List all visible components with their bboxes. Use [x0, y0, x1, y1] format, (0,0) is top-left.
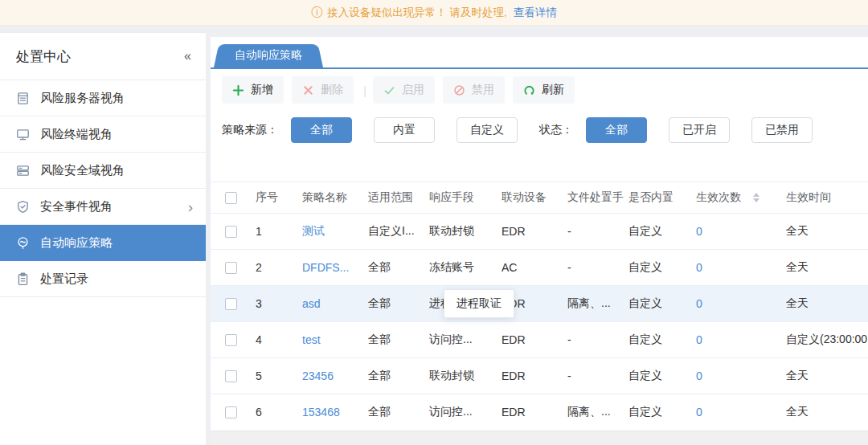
- policy-name-link[interactable]: 测试: [302, 224, 325, 237]
- sidebar-item[interactable]: 处置记录: [0, 261, 206, 297]
- cell-scope: 全部: [368, 296, 429, 311]
- row-checkbox[interactable]: [225, 298, 237, 310]
- select-all-checkbox[interactable]: [225, 192, 237, 204]
- column-header: 适用范围: [368, 190, 429, 205]
- effect-count-link[interactable]: 0: [696, 261, 702, 274]
- effect-count-link[interactable]: 0: [696, 225, 702, 238]
- row-checkbox[interactable]: [225, 226, 237, 238]
- cell-scope: 自定义I...: [368, 224, 429, 239]
- cell-scope: 全部: [368, 260, 429, 275]
- toolbar-refresh-button[interactable]: 刷新: [513, 76, 575, 104]
- toolbar-check-button[interactable]: 启用: [373, 76, 435, 104]
- toolbar-button-label: 启用: [402, 83, 424, 97]
- cell-file-action: 隔离、...: [567, 405, 628, 419]
- filter-option-button[interactable]: 全部: [291, 117, 352, 143]
- filter-group-label: 状态：: [539, 123, 573, 137]
- cell-effect-time: 全天: [786, 405, 868, 419]
- cell-seq: 6: [256, 406, 302, 418]
- table-row: 6153468全部访问控...EDR隔离、...自定义0全天: [211, 394, 868, 431]
- table-row: 3asd全部进程取证EDR隔离、...自定义0全天: [211, 286, 868, 322]
- sidebar-item-label: 处置记录: [40, 271, 88, 287]
- row-checkbox[interactable]: [225, 334, 237, 346]
- cell-scope: 全部: [368, 369, 429, 383]
- shield-check-icon: [16, 200, 30, 214]
- filter-group-label: 策略来源：: [222, 123, 278, 137]
- table-header-row: 序号策略名称适用范围响应手段联动设备文件处置手是否内置生效次数生效时间: [211, 182, 868, 214]
- policy-name-link[interactable]: asd: [302, 297, 321, 310]
- cell-seq: 4: [256, 333, 302, 346]
- ban-icon: [453, 84, 465, 96]
- row-select-cell: [223, 333, 256, 347]
- column-header: 文件处置手: [567, 190, 628, 205]
- filter-option-button[interactable]: 全部: [586, 117, 647, 143]
- sidebar-item-label: 风险安全域视角: [40, 163, 125, 178]
- cell-device: EDR: [502, 225, 567, 238]
- column-header: 生效次数: [696, 190, 786, 205]
- row-checkbox[interactable]: [225, 370, 237, 382]
- sidebar-item[interactable]: 风险安全域视角: [0, 153, 206, 189]
- tab-auto-response-policy[interactable]: 自动响应策略: [219, 42, 318, 67]
- column-header: 是否内置: [628, 190, 696, 205]
- cell-seq: 1: [256, 225, 302, 238]
- table-body: 1测试自定义I...联动封锁EDR-自定义0全天2DFDFS...全部冻结账号A…: [211, 214, 868, 431]
- sidebar-item[interactable]: 风险服务器视角: [0, 80, 206, 116]
- policy-name-link[interactable]: DFDFS...: [302, 261, 349, 274]
- cell-file-action: -: [567, 261, 628, 274]
- column-header: 响应手段: [429, 190, 502, 205]
- policy-table: 序号策略名称适用范围响应手段联动设备文件处置手是否内置生效次数生效时间 1测试自…: [211, 182, 868, 431]
- sidebar-title: 处置中心: [16, 47, 71, 66]
- row-select-cell: [223, 297, 256, 311]
- plus-icon: [232, 84, 244, 96]
- select-all-cell: [223, 191, 256, 205]
- cell-effect-time: 自定义(23:00:00: [786, 333, 868, 347]
- cell-seq: 2: [256, 261, 302, 274]
- column-header: 策略名称: [302, 190, 368, 205]
- row-checkbox[interactable]: [225, 406, 237, 418]
- cell-builtin: 自定义: [628, 260, 696, 275]
- sidebar-item[interactable]: 风险终端视角: [0, 116, 206, 153]
- sidebar-item[interactable]: 自动响应策略: [0, 225, 206, 261]
- toolbar-plus-button[interactable]: 新增: [222, 76, 284, 104]
- toolbar-button-label: 刷新: [542, 83, 564, 97]
- row-checkbox[interactable]: [225, 262, 237, 274]
- sidebar-menu: 风险服务器视角风险终端视角风险安全域视角安全事件视角›自动响应策略处置记录: [0, 80, 206, 297]
- policy-name-link[interactable]: test: [302, 333, 321, 346]
- horizontal-scrollbar[interactable]: [211, 431, 868, 445]
- view-details-link[interactable]: 查看详情: [514, 6, 557, 20]
- effect-count-link[interactable]: 0: [696, 297, 702, 310]
- effect-count-link[interactable]: 0: [696, 406, 702, 418]
- tooltip: 进程取证: [444, 289, 514, 318]
- filter-option-button[interactable]: 内置: [374, 117, 435, 143]
- sort-icon[interactable]: [753, 193, 760, 202]
- filter-option-button[interactable]: 已禁用: [751, 117, 813, 143]
- toolbar-x-button[interactable]: 删除: [292, 76, 354, 104]
- sidebar: 处置中心 « 风险服务器视角风险终端视角风险安全域视角安全事件视角›自动响应策略…: [0, 32, 206, 445]
- policy-name-link[interactable]: 23456: [302, 369, 334, 382]
- cell-builtin: 自定义: [628, 224, 696, 239]
- sidebar-item[interactable]: 安全事件视角›: [0, 189, 206, 225]
- collapse-sidebar-icon[interactable]: «: [184, 49, 191, 63]
- row-select-cell: [223, 369, 256, 383]
- policy-name-link[interactable]: 153468: [302, 406, 340, 418]
- effect-count-link[interactable]: 0: [696, 333, 702, 346]
- row-select-cell: [223, 406, 256, 419]
- cell-file-action: -: [567, 333, 628, 346]
- cell-action: 访问控...: [429, 405, 502, 419]
- cell-file-action: -: [567, 225, 628, 238]
- column-header: 联动设备: [502, 190, 567, 205]
- cell-action: 联动封锁: [429, 369, 502, 383]
- cell-action: 访问控...: [429, 333, 502, 347]
- filter-option-button[interactable]: 已开启: [669, 117, 730, 143]
- refresh-icon: [523, 84, 535, 96]
- cell-seq: 5: [256, 369, 302, 382]
- effect-count-link[interactable]: 0: [696, 369, 702, 382]
- cell-action: 冻结账号: [429, 260, 502, 275]
- cell-file-action: -: [567, 369, 628, 382]
- filter-option-button[interactable]: 自定义: [457, 117, 518, 143]
- toolbar-ban-button[interactable]: 禁用: [443, 76, 505, 104]
- table-row: 1测试自定义I...联动封锁EDR-自定义0全天: [211, 214, 868, 250]
- cell-file-action: 隔离、...: [567, 296, 628, 311]
- x-icon: [302, 84, 314, 96]
- cell-effect-time: 全天: [786, 224, 868, 239]
- row-select-cell: [223, 261, 256, 275]
